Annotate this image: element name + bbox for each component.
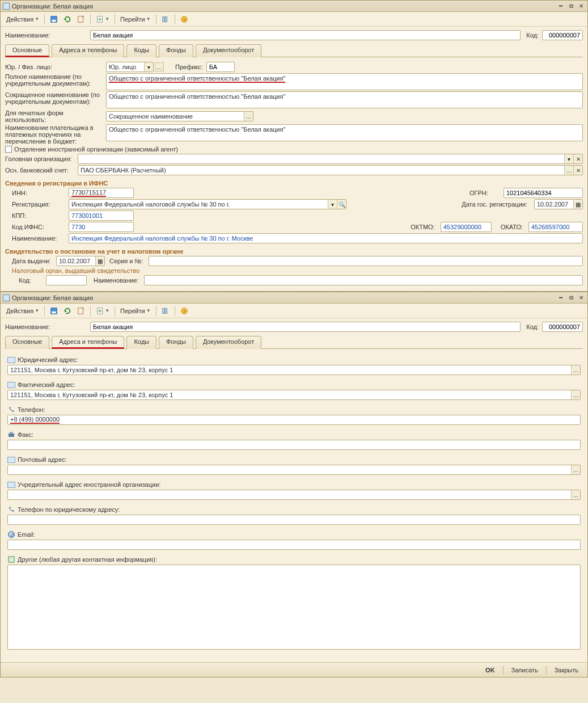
report-icon[interactable]: ▼ bbox=[94, 305, 112, 317]
clear-icon[interactable]: ✕ bbox=[573, 166, 582, 175]
actions-menu[interactable]: Действия▼ bbox=[4, 305, 41, 317]
calendar-icon[interactable]: ▦ bbox=[573, 200, 582, 209]
document-icon bbox=[3, 3, 10, 10]
minimize-button[interactable]: ━ bbox=[557, 294, 565, 302]
ellipsis-button[interactable]: … bbox=[564, 166, 573, 175]
bank-input[interactable]: ПАО СБЕРБАНК (Расчетный) … ✕ bbox=[78, 165, 583, 175]
refresh-icon[interactable] bbox=[61, 14, 74, 25]
tab-addresses[interactable]: Адреса и телефоны bbox=[52, 336, 124, 349]
okato-input[interactable] bbox=[528, 222, 583, 232]
serial-input[interactable] bbox=[149, 256, 583, 266]
inn-input[interactable]: 7730715117 bbox=[69, 188, 134, 198]
phone-legal-label: Телефон по юридическому адресу: bbox=[18, 506, 120, 513]
save-button[interactable]: Записать bbox=[507, 664, 543, 676]
tab-docflow[interactable]: Документооборот bbox=[196, 44, 261, 57]
svg-rect-1 bbox=[52, 19, 56, 22]
add-icon[interactable]: + bbox=[75, 305, 87, 317]
titlebar: Организации: Белая акация ━ ⧉ ✕ bbox=[1, 1, 587, 12]
serial-label: Серия и №: bbox=[109, 258, 146, 264]
legal-type-label: Юр. / Физ. лицо: bbox=[5, 64, 106, 70]
short-name-label: Сокращенное наименование (по учредительн… bbox=[5, 91, 106, 105]
tax-code-input[interactable] bbox=[46, 275, 87, 285]
tab-addresses[interactable]: Адреса и телефоны bbox=[52, 44, 124, 57]
ifns-code-input[interactable] bbox=[69, 222, 134, 232]
ellipsis-button[interactable]: … bbox=[244, 112, 253, 121]
ellipsis-button[interactable]: … bbox=[571, 365, 580, 374]
postal-address-input[interactable]: … bbox=[7, 465, 581, 475]
issue-date-input[interactable]: 10.02.2007 ▦ bbox=[56, 256, 105, 266]
cert-section-title: Свидетельство о постановке на учет в нал… bbox=[5, 248, 583, 255]
payer-name-input[interactable]: Общество с ограниченной ответственностью… bbox=[106, 124, 583, 141]
maximize-button[interactable]: ⧉ bbox=[567, 294, 575, 302]
journal-icon[interactable] bbox=[159, 305, 172, 317]
tab-docflow[interactable]: Документооборот bbox=[196, 336, 261, 349]
tab-main[interactable]: Основные bbox=[5, 336, 49, 349]
oktmo-input[interactable] bbox=[441, 222, 492, 232]
tab-funds[interactable]: Фонды bbox=[159, 44, 193, 57]
ok-button[interactable]: OK bbox=[481, 664, 500, 676]
phone-icon bbox=[7, 406, 15, 414]
dropdown-icon[interactable]: ▾ bbox=[564, 154, 573, 163]
svg-text:?: ? bbox=[183, 17, 185, 22]
go-menu[interactable]: Перейти▼ bbox=[118, 14, 153, 25]
search-icon[interactable]: 🔍 bbox=[337, 200, 346, 209]
note-icon bbox=[7, 555, 15, 563]
tax-name-input[interactable] bbox=[144, 275, 583, 285]
svg-text:?: ? bbox=[183, 309, 185, 314]
calendar-icon[interactable]: ▦ bbox=[95, 256, 104, 266]
head-org-input[interactable]: ▾ ✕ bbox=[78, 154, 583, 164]
go-menu[interactable]: Перейти▼ bbox=[118, 305, 153, 317]
close-button[interactable]: Закрыть bbox=[550, 664, 583, 676]
tab-codes[interactable]: Коды bbox=[126, 336, 156, 349]
print-forms-select[interactable]: Сокращенное наименование … bbox=[106, 111, 253, 121]
journal-icon[interactable] bbox=[159, 14, 172, 25]
actual-address-input[interactable]: 121151, Москва г, Кутузовский пр-кт, дом… bbox=[7, 390, 581, 400]
reg-date-input[interactable]: 10.02.2007 ▦ bbox=[534, 199, 583, 209]
help-icon[interactable]: ? bbox=[178, 305, 191, 317]
maximize-button[interactable]: ⧉ bbox=[567, 2, 575, 10]
ogrn-input[interactable] bbox=[504, 188, 583, 198]
tab-codes[interactable]: Коды bbox=[126, 44, 156, 57]
report-icon[interactable]: ▼ bbox=[94, 14, 112, 25]
phone-legal-input[interactable] bbox=[7, 515, 581, 525]
tab-main[interactable]: Основные bbox=[5, 44, 49, 57]
registration-select[interactable]: Инспекция Федеральной налоговой службы №… bbox=[69, 199, 346, 209]
close-button[interactable]: ✕ bbox=[577, 294, 585, 302]
fax-input[interactable] bbox=[7, 440, 581, 450]
foreign-branch-checkbox[interactable] bbox=[5, 146, 12, 153]
ellipsis-button[interactable]: … bbox=[571, 465, 580, 474]
close-button[interactable]: ✕ bbox=[577, 2, 585, 10]
ellipsis-button[interactable]: … bbox=[155, 62, 164, 71]
founding-address-input[interactable]: … bbox=[7, 490, 581, 500]
tab-funds[interactable]: Фонды bbox=[159, 336, 193, 349]
full-name-input[interactable]: Общество с ограниченной ответственностью… bbox=[106, 73, 583, 90]
code-input[interactable] bbox=[542, 30, 583, 40]
kpp-input[interactable] bbox=[69, 211, 134, 221]
name-input[interactable] bbox=[90, 322, 521, 332]
other-input[interactable] bbox=[7, 565, 581, 650]
phone-input[interactable]: +8 (499) 0000000 bbox=[7, 415, 581, 425]
minimize-button[interactable]: ━ bbox=[557, 2, 565, 10]
ellipsis-button[interactable]: … bbox=[571, 490, 580, 499]
dropdown-icon[interactable]: ▾ bbox=[328, 200, 337, 209]
prefix-input[interactable] bbox=[206, 62, 235, 72]
legal-type-select[interactable]: Юр. лицо ▾ bbox=[106, 62, 154, 72]
short-name-input[interactable]: Общество с ограниченной ответственностью… bbox=[106, 91, 583, 108]
email-input[interactable] bbox=[7, 540, 581, 550]
clear-icon[interactable]: ✕ bbox=[573, 154, 582, 163]
dropdown-icon[interactable]: ▾ bbox=[144, 62, 153, 71]
name-input[interactable] bbox=[90, 30, 521, 40]
help-icon[interactable]: ? bbox=[178, 14, 191, 25]
name-label: Наименование: bbox=[5, 32, 90, 39]
ifns-name-input[interactable] bbox=[69, 233, 583, 243]
other-label: Другое (любая другая контактная информац… bbox=[18, 556, 157, 563]
save-icon[interactable] bbox=[48, 14, 60, 25]
code-input[interactable] bbox=[542, 322, 583, 332]
add-icon[interactable]: + bbox=[75, 14, 87, 25]
save-icon[interactable] bbox=[48, 305, 60, 317]
legal-address-input[interactable]: 121151, Москва г, Кутузовский пр-кт, дом… bbox=[7, 365, 581, 375]
ifns-section-title: Сведения о регистрации в ИФНС bbox=[5, 180, 583, 187]
refresh-icon[interactable] bbox=[61, 305, 74, 317]
actions-menu[interactable]: Действия▼ bbox=[4, 14, 41, 25]
ellipsis-button[interactable]: … bbox=[571, 390, 580, 399]
